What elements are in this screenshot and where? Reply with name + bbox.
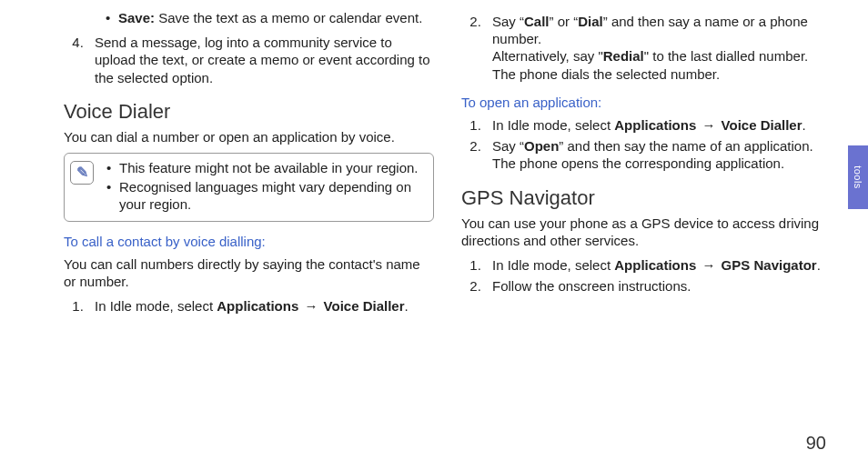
gps-title: GPS Navigator xyxy=(461,185,832,211)
arrow-icon: → xyxy=(700,116,717,134)
save-desc: Save the text as a memo or calendar even… xyxy=(158,10,422,25)
open1b2: Voice Dialler xyxy=(722,117,802,133)
call-step1-period: . xyxy=(405,298,409,314)
right-column: Say “Call” or “Dial” and then say a name… xyxy=(461,9,832,322)
open1period: . xyxy=(802,117,806,133)
open-steps: In Idle mode, select Applications → Voic… xyxy=(461,116,832,173)
call-subheading: To call a contact by voice dialling: xyxy=(64,233,434,250)
s2altpre: Alternatively, say " xyxy=(492,48,603,64)
gps1b1: Applications xyxy=(614,257,696,273)
note-icon: ✎ xyxy=(70,161,94,185)
note-list: This feature might not be available in y… xyxy=(101,159,426,215)
gps1pre: In Idle mode, select xyxy=(492,257,614,273)
voice-dialer-title: Voice Dialer xyxy=(64,99,434,125)
s2mid: ” or “ xyxy=(550,14,579,29)
arrow-icon: → xyxy=(302,297,319,315)
bullet-dot: • xyxy=(106,9,118,26)
open-step-2: Say “Open” and then say the name of an a… xyxy=(485,137,832,172)
step-4: Send a message, log into a community ser… xyxy=(87,34,434,86)
open-step-1: In Idle mode, select Applications → Voic… xyxy=(485,116,832,134)
side-tab-label: tools xyxy=(853,165,863,189)
call-step1-b1: Applications xyxy=(217,298,298,314)
call-steps-continued: Say “Call” or “Dial” and then say a name… xyxy=(461,13,832,83)
save-label: Save: xyxy=(118,10,155,25)
open-subheading: To open an application: xyxy=(461,94,832,111)
section-side-tab: tools xyxy=(848,145,868,209)
voice-dialer-intro: You can dial a number or open an applica… xyxy=(64,128,434,145)
s2altb: Redial xyxy=(603,48,644,64)
s2altpost: " to the last dialled number. xyxy=(644,48,808,64)
manual-page: • Save: Save the text as a memo or calen… xyxy=(0,0,868,470)
gps-steps: In Idle mode, select Applications → GPS … xyxy=(461,256,832,295)
gps-step-1: In Idle mode, select Applications → GPS … xyxy=(485,256,832,274)
two-column-layout: • Save: Save the text as a memo or calen… xyxy=(0,0,868,322)
call-steps: In Idle mode, select Applications → Voic… xyxy=(64,297,434,315)
s2a: Say “ xyxy=(492,14,524,29)
open2c: ” and then say the name of an applicatio… xyxy=(559,138,812,154)
gps-step-2: Follow the onscreen instructions. xyxy=(485,277,832,295)
call-step-1: In Idle mode, select Applications → Voic… xyxy=(87,297,434,315)
gps1period: . xyxy=(817,257,821,273)
note-item-1: This feature might not be available in y… xyxy=(101,159,426,176)
open2b: Open xyxy=(524,138,559,154)
open2result: The phone opens the corresponding applic… xyxy=(492,155,784,171)
open2a: Say “ xyxy=(492,138,524,154)
s2b1: Call xyxy=(524,14,550,29)
s2b2: Dial xyxy=(578,14,603,29)
call-step1-pre: In Idle mode, select xyxy=(95,298,217,314)
s2result: The phone dials the selected number. xyxy=(492,66,720,82)
left-column: • Save: Save the text as a memo or calen… xyxy=(64,9,434,322)
page-number: 90 xyxy=(806,433,826,454)
call-intro: You can call numbers directly by saying … xyxy=(64,255,434,290)
continued-steps: Send a message, log into a community ser… xyxy=(64,34,434,86)
note-item-2: Recognised languages might vary dependin… xyxy=(101,178,426,213)
save-bullet-text: Save: Save the text as a memo or calenda… xyxy=(118,9,434,26)
save-bullet-row: • Save: Save the text as a memo or calen… xyxy=(64,9,434,26)
call-step-2: Say “Call” or “Dial” and then say a name… xyxy=(485,13,832,83)
note-box: ✎ This feature might not be available in… xyxy=(64,153,434,222)
open1b1: Applications xyxy=(614,117,696,133)
gps-intro: You can use your phone as a GPS device t… xyxy=(461,215,832,249)
note-glyph: ✎ xyxy=(76,164,88,182)
call-step1-b2: Voice Dialler xyxy=(324,298,405,314)
arrow-icon: → xyxy=(700,256,717,274)
open1pre: In Idle mode, select xyxy=(492,117,614,133)
gps1b2: GPS Navigator xyxy=(722,257,817,273)
